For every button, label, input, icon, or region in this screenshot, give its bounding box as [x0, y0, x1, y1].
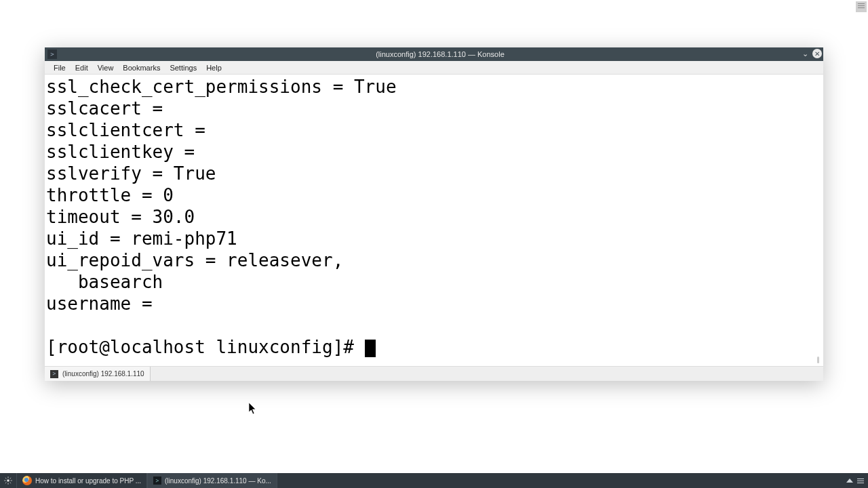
- system-tray[interactable]: [842, 473, 868, 488]
- mouse-pointer: [249, 403, 257, 415]
- svg-line-7: [5, 483, 7, 484]
- panel-corner-handle[interactable]: [856, 1, 867, 12]
- terminal-line: sslclientcert =: [46, 120, 205, 140]
- taskbar-item-firefox[interactable]: How to install or upgrade to PHP ...: [16, 473, 147, 488]
- svg-line-8: [10, 478, 12, 479]
- taskbar-item-label: How to install or upgrade to PHP ...: [35, 477, 141, 485]
- menu-help[interactable]: Help: [201, 64, 226, 72]
- terminal-line: sslclientkey =: [46, 142, 195, 162]
- terminal-content: ssl_check_cert_permissions = True sslcac…: [45, 75, 823, 365]
- terminal-line: ui_repoid_vars = releasever,: [46, 250, 343, 270]
- terminal-line: basearch: [46, 272, 163, 292]
- application-launcher[interactable]: [0, 473, 16, 488]
- desktop-taskbar: How to install or upgrade to PHP ... > (…: [0, 473, 868, 488]
- terminal-line: throttle = 0: [46, 185, 174, 205]
- window-titlebar[interactable]: > (linuxconfig) 192.168.1.110 — Konsole …: [45, 47, 823, 61]
- terminal-line: timeout = 30.0: [46, 207, 195, 227]
- taskbar-item-konsole[interactable]: > (linuxconfig) 192.168.1.110 — Ko...: [147, 473, 277, 488]
- taskbar-item-label: (linuxconfig) 192.168.1.110 — Ko...: [165, 477, 271, 485]
- menu-bar: File Edit View Bookmarks Settings Help: [45, 61, 823, 75]
- window-title: (linuxconfig) 192.168.1.110 — Konsole: [57, 50, 823, 58]
- konsole-window: > (linuxconfig) 192.168.1.110 — Konsole …: [45, 47, 823, 381]
- terminal-viewport[interactable]: ssl_check_cert_permissions = True sslcac…: [45, 75, 823, 366]
- terminal-line: sslcacert =: [46, 98, 163, 119]
- terminal-line: ui_id = remi-php71: [46, 228, 237, 249]
- taskbar-spacer: [277, 473, 842, 488]
- panel-options-icon[interactable]: [857, 477, 864, 485]
- terminal-icon: >: [50, 370, 58, 378]
- menu-file[interactable]: File: [49, 64, 71, 72]
- hamburger-icon: [858, 3, 865, 8]
- svg-line-5: [5, 478, 7, 479]
- menu-edit[interactable]: Edit: [71, 64, 93, 72]
- terminal-icon: >: [153, 476, 161, 485]
- terminal-cursor: [365, 340, 376, 357]
- svg-point-0: [7, 479, 9, 482]
- terminal-icon: >: [47, 49, 57, 59]
- menu-settings[interactable]: Settings: [165, 64, 201, 72]
- terminal-line: username =: [46, 293, 153, 314]
- firefox-icon: [22, 476, 32, 485]
- menu-bookmarks[interactable]: Bookmarks: [118, 64, 165, 72]
- svg-line-6: [10, 483, 12, 484]
- konsole-tab[interactable]: > (linuxconfig) 192.168.1.110: [45, 367, 151, 381]
- terminal-line: sslverify = True: [46, 163, 216, 184]
- kde-logo-icon: [3, 476, 13, 485]
- terminal-prompt: [root@localhost linuxconfig]#: [46, 337, 365, 357]
- tab-label: (linuxconfig) 192.168.1.110: [62, 370, 144, 378]
- window-close-button[interactable]: ✕: [812, 49, 822, 58]
- terminal-line: ssl_check_cert_permissions = True: [46, 77, 397, 97]
- tray-expand-icon[interactable]: [846, 479, 853, 483]
- menu-view[interactable]: View: [93, 64, 119, 72]
- window-minimize-button[interactable]: ⌄: [801, 50, 810, 58]
- tab-bar: > (linuxconfig) 192.168.1.110: [45, 366, 823, 381]
